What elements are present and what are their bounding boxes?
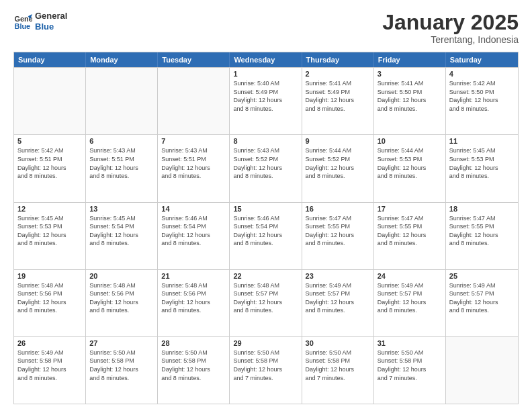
cal-cell: 24Sunrise: 5:49 AM Sunset: 5:57 PM Dayli… [374,270,446,336]
header-monday: Monday [86,52,158,67]
day-info: Sunrise: 5:42 AM Sunset: 5:50 PM Dayligh… [449,79,515,113]
day-info: Sunrise: 5:49 AM Sunset: 5:57 PM Dayligh… [306,281,370,315]
day-number: 3 [378,70,442,78]
cal-cell: 4Sunrise: 5:42 AM Sunset: 5:50 PM Daylig… [446,68,518,134]
cal-cell: 20Sunrise: 5:48 AM Sunset: 5:56 PM Dayli… [86,270,158,336]
day-info: Sunrise: 5:48 AM Sunset: 5:57 PM Dayligh… [233,281,298,315]
cal-cell: 3Sunrise: 5:41 AM Sunset: 5:50 PM Daylig… [374,68,446,134]
cal-cell: 28Sunrise: 5:50 AM Sunset: 5:58 PM Dayli… [158,337,230,404]
day-number: 31 [378,339,442,347]
day-info: Sunrise: 5:46 AM Sunset: 5:54 PM Dayligh… [161,214,226,248]
cal-cell: 31Sunrise: 5:50 AM Sunset: 5:58 PM Dayli… [374,337,446,404]
cal-cell: 18Sunrise: 5:47 AM Sunset: 5:55 PM Dayli… [446,203,518,269]
cal-cell: 10Sunrise: 5:44 AM Sunset: 5:53 PM Dayli… [374,135,446,201]
cal-cell: 7Sunrise: 5:43 AM Sunset: 5:51 PM Daylig… [158,135,230,201]
week-row-1: 5Sunrise: 5:42 AM Sunset: 5:51 PM Daylig… [14,134,518,201]
cal-cell: 8Sunrise: 5:43 AM Sunset: 5:52 PM Daylig… [230,135,302,201]
header-thursday: Thursday [302,52,374,67]
day-info: Sunrise: 5:48 AM Sunset: 5:56 PM Dayligh… [17,281,82,315]
cal-cell: 6Sunrise: 5:43 AM Sunset: 5:51 PM Daylig… [86,135,158,201]
day-number: 22 [233,272,298,280]
day-info: Sunrise: 5:44 AM Sunset: 5:53 PM Dayligh… [378,146,442,180]
week-row-4: 26Sunrise: 5:49 AM Sunset: 5:58 PM Dayli… [14,336,518,404]
day-number: 7 [161,137,226,145]
cal-cell: 27Sunrise: 5:50 AM Sunset: 5:58 PM Dayli… [86,337,158,404]
day-number: 23 [306,272,370,280]
day-info: Sunrise: 5:41 AM Sunset: 5:50 PM Dayligh… [378,79,442,113]
day-number: 1 [233,70,298,78]
day-info: Sunrise: 5:46 AM Sunset: 5:54 PM Dayligh… [233,214,298,248]
day-number: 6 [89,137,154,145]
cal-cell: 15Sunrise: 5:46 AM Sunset: 5:54 PM Dayli… [230,203,302,269]
day-info: Sunrise: 5:47 AM Sunset: 5:55 PM Dayligh… [306,214,370,248]
day-number: 21 [161,272,226,280]
cal-cell: 2Sunrise: 5:41 AM Sunset: 5:49 PM Daylig… [302,68,374,134]
day-info: Sunrise: 5:48 AM Sunset: 5:56 PM Dayligh… [89,281,154,315]
day-number: 19 [17,272,82,280]
header-saturday: Saturday [446,52,518,67]
cal-cell: 13Sunrise: 5:45 AM Sunset: 5:54 PM Dayli… [86,203,158,269]
cal-cell: 17Sunrise: 5:47 AM Sunset: 5:55 PM Dayli… [374,203,446,269]
title-block: January 2025 Terentang, Indonesia [382,11,519,45]
cal-cell: 1Sunrise: 5:40 AM Sunset: 5:49 PM Daylig… [230,68,302,134]
cal-cell [158,68,230,134]
day-info: Sunrise: 5:50 AM Sunset: 5:58 PM Dayligh… [89,349,154,382]
day-number: 14 [161,205,226,213]
logo-line2: Blue [35,21,67,32]
cal-cell: 9Sunrise: 5:44 AM Sunset: 5:52 PM Daylig… [302,135,374,201]
page: General Blue General Blue January 2025 T… [0,0,532,411]
day-info: Sunrise: 5:49 AM Sunset: 5:58 PM Dayligh… [17,349,82,382]
day-number: 4 [449,70,515,78]
header: General Blue General Blue January 2025 T… [13,11,519,45]
cal-cell: 19Sunrise: 5:48 AM Sunset: 5:56 PM Dayli… [14,270,86,336]
week-row-3: 19Sunrise: 5:48 AM Sunset: 5:56 PM Dayli… [14,269,518,336]
day-number: 25 [449,272,515,280]
day-number: 30 [306,339,370,347]
day-info: Sunrise: 5:43 AM Sunset: 5:51 PM Dayligh… [89,146,154,180]
day-info: Sunrise: 5:49 AM Sunset: 5:57 PM Dayligh… [449,281,515,315]
day-number: 2 [306,70,370,78]
calendar-body: 1Sunrise: 5:40 AM Sunset: 5:49 PM Daylig… [14,67,518,404]
day-info: Sunrise: 5:50 AM Sunset: 5:58 PM Dayligh… [161,349,226,382]
day-info: Sunrise: 5:42 AM Sunset: 5:51 PM Dayligh… [17,146,82,180]
svg-text:Blue: Blue [15,21,31,30]
header-tuesday: Tuesday [158,52,230,67]
day-number: 26 [17,339,82,347]
day-info: Sunrise: 5:49 AM Sunset: 5:57 PM Dayligh… [378,281,442,315]
day-info: Sunrise: 5:43 AM Sunset: 5:52 PM Dayligh… [233,146,298,180]
cal-cell: 23Sunrise: 5:49 AM Sunset: 5:57 PM Dayli… [302,270,374,336]
day-info: Sunrise: 5:44 AM Sunset: 5:52 PM Dayligh… [306,146,370,180]
day-number: 11 [449,137,515,145]
cal-cell [14,68,86,134]
day-info: Sunrise: 5:47 AM Sunset: 5:55 PM Dayligh… [378,214,442,248]
logo-icon: General Blue [13,12,32,31]
day-info: Sunrise: 5:45 AM Sunset: 5:53 PM Dayligh… [449,146,515,180]
cal-cell: 12Sunrise: 5:45 AM Sunset: 5:53 PM Dayli… [14,203,86,269]
day-info: Sunrise: 5:41 AM Sunset: 5:49 PM Dayligh… [306,79,370,113]
day-number: 5 [17,137,82,145]
calendar: Sunday Monday Tuesday Wednesday Thursday… [13,52,519,404]
day-info: Sunrise: 5:43 AM Sunset: 5:51 PM Dayligh… [161,146,226,180]
logo-line1: General [35,11,67,21]
day-number: 15 [233,205,298,213]
day-number: 28 [161,339,226,347]
day-number: 10 [378,137,442,145]
cal-cell: 29Sunrise: 5:50 AM Sunset: 5:58 PM Dayli… [230,337,302,404]
cal-cell [446,337,518,404]
day-number: 16 [306,205,370,213]
week-row-0: 1Sunrise: 5:40 AM Sunset: 5:49 PM Daylig… [14,67,518,134]
cal-cell: 5Sunrise: 5:42 AM Sunset: 5:51 PM Daylig… [14,135,86,201]
day-info: Sunrise: 5:50 AM Sunset: 5:58 PM Dayligh… [233,349,298,382]
header-sunday: Sunday [14,52,86,67]
cal-cell [86,68,158,134]
day-info: Sunrise: 5:40 AM Sunset: 5:49 PM Dayligh… [233,79,298,113]
cal-cell: 26Sunrise: 5:49 AM Sunset: 5:58 PM Dayli… [14,337,86,404]
cal-cell: 14Sunrise: 5:46 AM Sunset: 5:54 PM Dayli… [158,203,230,269]
cal-cell: 30Sunrise: 5:50 AM Sunset: 5:58 PM Dayli… [302,337,374,404]
day-info: Sunrise: 5:45 AM Sunset: 5:54 PM Dayligh… [89,214,154,248]
day-number: 12 [17,205,82,213]
day-info: Sunrise: 5:47 AM Sunset: 5:55 PM Dayligh… [449,214,515,248]
day-number: 29 [233,339,298,347]
logo: General Blue General Blue [13,11,67,32]
calendar-header: Sunday Monday Tuesday Wednesday Thursday… [14,52,518,67]
